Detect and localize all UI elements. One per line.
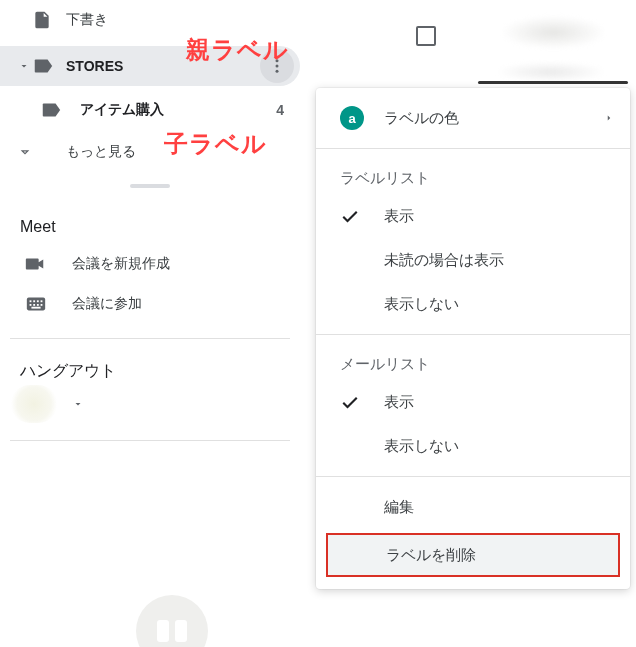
nav-label: STORES [66,58,246,74]
hangout-fab[interactable] [136,595,208,647]
menu-heading-label-list: ラベルリスト [316,157,630,194]
caret-down-icon[interactable] [72,398,84,410]
menu-mail-show[interactable]: 表示 [316,380,630,424]
svg-rect-11 [41,304,43,306]
svg-rect-10 [37,304,39,306]
menu-label: 表示しない [384,437,614,456]
menu-label: 未読の場合は表示 [384,251,614,270]
color-badge-letter: a [340,106,364,130]
check-icon [340,206,384,226]
menu-label: 表示 [384,393,614,412]
menu-label: ラベルを削除 [386,546,476,565]
menu-heading-mail-list: メールリスト [316,343,630,380]
menu-label: 編集 [384,498,614,517]
mail-list-fragment [390,6,630,76]
meet-join[interactable]: 会議に参加 [0,284,300,324]
meet-heading: Meet [0,200,300,244]
label-icon [32,55,66,77]
svg-rect-6 [37,300,39,302]
caret-down-icon[interactable] [18,60,32,72]
check-icon [340,392,384,412]
meet-label: 会議に参加 [72,295,142,313]
nav-label: 下書き [66,11,288,29]
meet-label: 会議を新規作成 [72,255,170,273]
svg-point-2 [276,70,279,73]
keyboard-icon [24,293,72,315]
svg-rect-4 [30,300,32,302]
blurred-content [460,6,630,54]
svg-point-0 [276,59,279,62]
nav-label: アイテム購入 [80,101,276,119]
menu-label: 表示 [384,207,614,226]
divider [10,440,290,441]
svg-rect-8 [30,304,32,306]
video-icon [24,253,72,275]
color-badge: a [340,106,384,130]
nav-more[interactable]: もっと見る [0,132,300,172]
hangout-status[interactable] [0,382,300,426]
menu-label: 表示しない [384,295,614,314]
nav-child-label[interactable]: アイテム購入 4 [0,90,300,130]
hangout-heading: ハングアウト [0,339,300,382]
svg-rect-5 [33,300,35,302]
menu-delete-label[interactable]: ラベルを削除 [326,533,620,577]
menu-hide[interactable]: 表示しない [316,282,630,326]
sidebar: 下書き STORES アイテム購入 4 もっと見る Meet 会議を新規作成 [0,0,300,441]
blurred-content [466,54,636,90]
svg-rect-9 [33,304,35,306]
nav-stores[interactable]: STORES [0,46,300,86]
menu-edit[interactable]: 編集 [316,485,630,529]
label-icon [40,99,80,121]
chevron-right-icon [604,111,614,125]
select-checkbox[interactable] [416,26,436,46]
menu-label-color[interactable]: a ラベルの色 [316,96,630,140]
nav-label: もっと見る [66,143,288,161]
divider [316,334,630,335]
menu-mail-hide[interactable]: 表示しない [316,424,630,468]
divider [316,476,630,477]
avatar [10,385,58,423]
nav-drafts[interactable]: 下書き [0,0,300,40]
meet-new[interactable]: 会議を新規作成 [0,244,300,284]
svg-point-1 [276,65,279,68]
menu-show-unread[interactable]: 未読の場合は表示 [316,238,630,282]
svg-rect-12 [31,307,40,309]
menu-label: ラベルの色 [384,109,604,128]
divider [316,148,630,149]
menu-show[interactable]: 表示 [316,194,630,238]
blurred-text-line [478,81,628,84]
drafts-icon [32,10,66,30]
label-options-button[interactable] [260,49,294,83]
drag-handle[interactable] [130,184,170,188]
label-context-menu: a ラベルの色 ラベルリスト 表示 未読の場合は表示 表示しない メールリスト … [316,88,630,589]
unread-count: 4 [276,102,284,118]
svg-rect-7 [41,300,43,302]
chevron-down-icon [18,145,32,159]
